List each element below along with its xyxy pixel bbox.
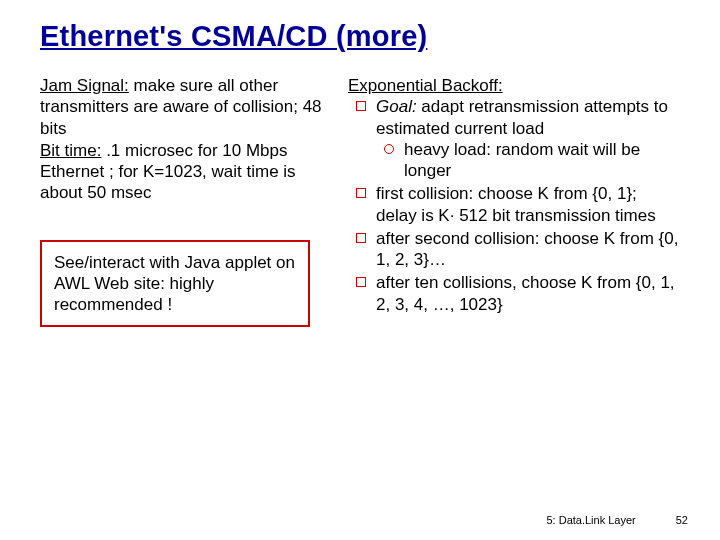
backoff-heading: Exponential Backoff: xyxy=(348,75,680,96)
first-collision-text: first collision: choose K from {0, 1}; d… xyxy=(376,184,656,224)
subbullet-heavy-load: heavy load: random wait will be longer xyxy=(376,139,680,182)
bullet-first-collision: first collision: choose K from {0, 1}; d… xyxy=(348,183,680,226)
slide-footer: 5: Data.Link Layer 52 xyxy=(546,514,688,526)
second-collision-text: after second collision: choose K from {0… xyxy=(376,229,678,269)
square-bullet-icon xyxy=(356,188,366,198)
heavy-load-text: heavy load: random wait will be longer xyxy=(404,140,640,180)
bullet-ten-collisions: after ten collisions, choose K from {0, … xyxy=(348,272,680,315)
bit-time-term: Bit time: xyxy=(40,141,101,160)
bit-time-block: Bit time: .1 microsec for 10 Mbps Ethern… xyxy=(40,140,330,204)
footer-section: 5: Data.Link Layer xyxy=(546,514,635,526)
circle-bullet-icon xyxy=(384,144,394,154)
footer-page-number: 52 xyxy=(676,514,688,526)
backoff-bullets: Goal: adapt retransmission attempts to e… xyxy=(348,96,680,315)
bullet-goal: Goal: adapt retransmission attempts to e… xyxy=(348,96,680,181)
left-column: Jam Signal: make sure all other transmit… xyxy=(40,75,330,327)
backoff-heading-text: Exponential Backoff: xyxy=(348,76,503,95)
right-column: Exponential Backoff: Goal: adapt retrans… xyxy=(348,75,680,327)
jam-signal-term: Jam Signal: xyxy=(40,76,129,95)
applet-callout: See/interact with Java applet on AWL Web… xyxy=(40,240,310,328)
goal-text: adapt retransmission attempts to estimat… xyxy=(376,97,668,137)
goal-subbullets: heavy load: random wait will be longer xyxy=(376,139,680,182)
bullet-second-collision: after second collision: choose K from {0… xyxy=(348,228,680,271)
jam-signal-block: Jam Signal: make sure all other transmit… xyxy=(40,75,330,139)
square-bullet-icon xyxy=(356,277,366,287)
content-columns: Jam Signal: make sure all other transmit… xyxy=(40,75,680,327)
square-bullet-icon xyxy=(356,233,366,243)
goal-label: Goal: xyxy=(376,97,417,116)
ten-collisions-text: after ten collisions, choose K from {0, … xyxy=(376,273,675,313)
slide-title: Ethernet's CSMA/CD (more) xyxy=(40,20,680,53)
square-bullet-icon xyxy=(356,101,366,111)
applet-callout-text: See/interact with Java applet on AWL Web… xyxy=(54,253,295,315)
